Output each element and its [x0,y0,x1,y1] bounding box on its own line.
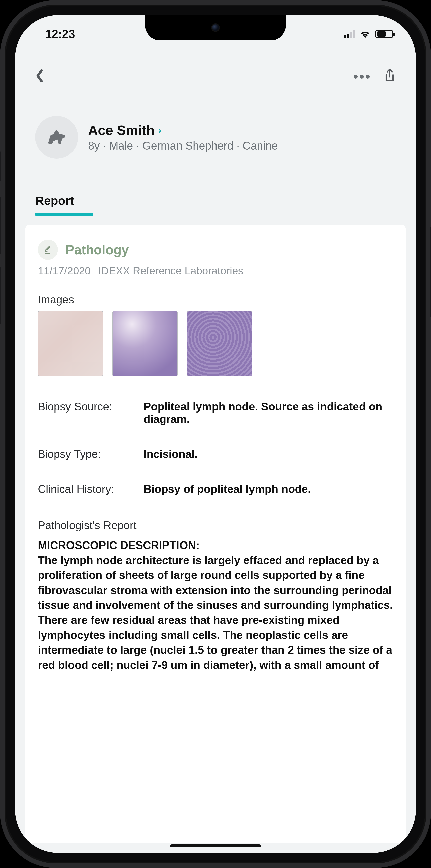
image-thumbnail[interactable] [112,311,178,376]
screen: 12:23 ••• [15,15,416,853]
row-label: Biopsy Source: [38,400,133,426]
report-card: Pathology 11/17/2020 IDEXX Reference Lab… [25,224,406,843]
side-button [430,226,431,317]
row-value: Popliteal lymph node. Source as indicate… [144,400,393,426]
images-label: Images [25,287,406,311]
chevron-right-icon: › [158,125,161,136]
image-thumbnails [25,311,406,389]
data-rows: Biopsy Source: Popliteal lymph node. Sou… [25,389,406,507]
patient-name: Ace Smith [88,122,155,138]
side-button [0,267,1,325]
back-button[interactable] [35,69,44,84]
section-subtitle: 11/17/2020 IDEXX Reference Laboratories [25,265,406,287]
side-button [0,151,1,181]
data-row-clinical-history: Clinical History: Biopsy of popliteal ly… [25,472,406,507]
pathologist-label: Pathologist's Report [38,518,393,533]
home-indicator[interactable] [170,844,261,847]
row-label: Biopsy Type: [38,448,133,460]
share-button[interactable] [384,68,396,84]
report-date: 11/17/2020 [38,265,91,277]
image-thumbnail[interactable] [38,311,103,376]
side-button [0,196,1,254]
row-value: Biopsy of popliteal lymph node. [144,483,393,495]
wifi-icon [360,27,371,41]
section-title: Pathology [65,242,129,257]
microscopic-body: The lymph node architecture is largely e… [38,553,393,673]
tab-underline [35,213,93,216]
cellular-icon [344,30,355,38]
patient-avatar [35,116,78,159]
patient-header[interactable]: Ace Smith › 8y · Male · German Shepherd … [15,108,416,169]
tabs: Report [15,179,416,216]
data-row-biopsy-type: Biopsy Type: Incisional. [25,437,406,472]
patient-meta: 8y · Male · German Shepherd · Canine [88,140,278,152]
microscope-icon [38,240,58,260]
pathologist-report: Pathologist's Report MICROSCOPIC DESCRIP… [25,507,406,683]
more-button[interactable]: ••• [353,68,371,84]
data-row-biopsy-source: Biopsy Source: Popliteal lymph node. Sou… [25,389,406,437]
status-time: 12:23 [45,27,75,41]
report-lab: IDEXX Reference Laboratories [98,265,243,277]
microscopic-heading: MICROSCOPIC DESCRIPTION: [38,538,393,553]
notch [145,15,286,40]
nav-bar: ••• [15,55,416,94]
image-thumbnail[interactable] [187,311,252,376]
phone-frame: 12:23 ••• [0,0,431,868]
battery-icon [375,30,393,38]
row-value: Incisional. [144,448,393,460]
tab-report[interactable]: Report [35,194,74,213]
row-label: Clinical History: [38,483,133,495]
